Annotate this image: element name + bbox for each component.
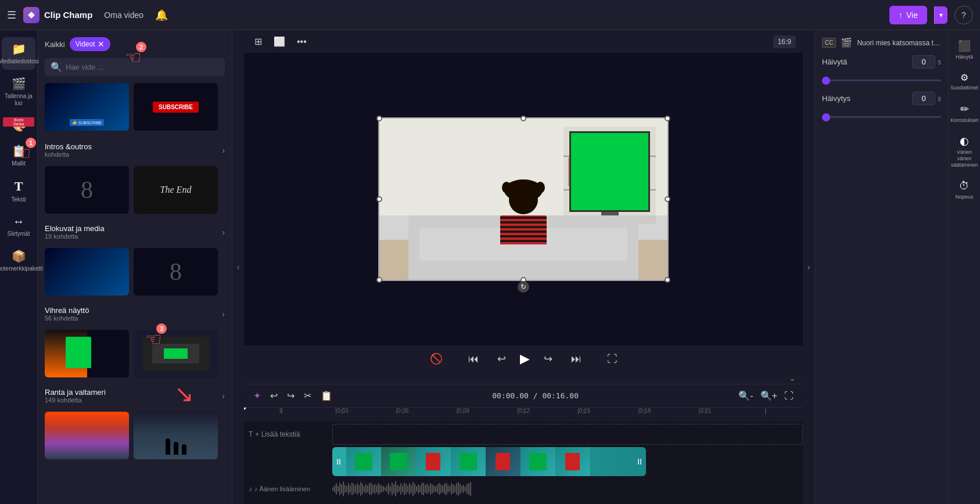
panel-toggle-right[interactable]: › <box>803 30 814 504</box>
filter-videos-tag[interactable]: Videot ✕ <box>70 37 110 51</box>
video-toolbar: ⊞ ⬜ ••• 16:9 <box>244 30 803 53</box>
clip-frame-1 <box>346 447 381 476</box>
copy-button[interactable]: 📋 <box>318 388 335 404</box>
sidebar-item-mallit[interactable]: 📋 Mallit <box>2 139 35 172</box>
resize-handle-lm[interactable] <box>376 196 382 202</box>
rotate-handle[interactable]: ↻ <box>518 281 529 293</box>
intros-thumb-1[interactable]: 8 <box>45 166 129 214</box>
prev-button[interactable]: ⏮ <box>464 351 483 368</box>
color-adjust-icon-btn[interactable]: ◐ Värien värien säätäminen <box>950 130 978 172</box>
topbar: ☰ Clip Champ Oma video 🔔 ↑ Vie ▾ ? <box>0 0 980 30</box>
export-dropdown-button[interactable]: ▾ <box>934 6 947 24</box>
fade-in-slider[interactable] <box>822 80 941 81</box>
clip-frame-6 <box>520 447 555 476</box>
audio-track-content <box>332 478 803 499</box>
play-button[interactable]: ▶ <box>520 351 530 366</box>
video-preview[interactable]: ↻ <box>378 117 669 281</box>
picture-in-picture-button[interactable]: ⬜ <box>270 34 289 49</box>
section-intros[interactable]: Intros &outros kohdetta › <box>38 138 232 163</box>
resize-handle-tl[interactable] <box>376 116 382 121</box>
text-track-line[interactable] <box>332 424 803 445</box>
intros-thumb-2[interactable]: The End <box>134 166 218 214</box>
timeline-expand-button[interactable]: ⌄ <box>789 373 796 383</box>
fade-out-input[interactable] <box>912 92 935 105</box>
video-name[interactable]: Oma video <box>104 10 143 20</box>
section-vihreanaytta-arrow: › <box>222 309 225 319</box>
fade-label: Häivytä <box>956 54 973 60</box>
resize-handle-bl[interactable] <box>376 277 382 283</box>
highlights-icon-btn[interactable]: ✏ Korostukset <box>950 98 978 128</box>
crop-button[interactable]: ⊞ <box>251 34 265 49</box>
sidebar-item-tallenna[interactable]: 🎬 Tallenna ja luo <box>2 72 35 111</box>
filters-icon-btn[interactable]: ⚙ Suodattimet <box>950 67 978 96</box>
fade-out-slider-row <box>822 110 941 120</box>
section-vihreanaytta[interactable]: Vihreä näyttö 56 kohdetta › <box>38 301 232 326</box>
filter-close-icon[interactable]: ✕ <box>98 39 105 49</box>
help-button[interactable]: ? <box>954 6 973 24</box>
fade-in-input[interactable] <box>912 55 935 69</box>
main-content: 📁 Mediatiedostosi 🎬 Tallenna ja luo 🎨 Bo… <box>0 30 980 504</box>
resize-handle-rm[interactable] <box>665 196 670 202</box>
add-audio-label[interactable]: ♪ Äänen lisääminen <box>254 485 310 492</box>
right-panel-header: CC 🎬 Nuori mies katsomassa televisiot... <box>822 37 941 48</box>
vihreanaytta-thumb-1[interactable] <box>45 330 129 377</box>
video-thumb-2[interactable]: SUBSCRIBE <box>134 83 218 131</box>
resize-handle-br[interactable] <box>665 277 670 283</box>
fullscreen-button[interactable]: ⛶ <box>602 351 622 368</box>
resize-handle-tm[interactable] <box>520 116 526 121</box>
clip-frame-5 <box>486 447 520 476</box>
section-ranta-title: Ranta ja valtameri <box>45 388 106 397</box>
zoom-in-button[interactable]: 🔍+ <box>758 388 780 404</box>
export-button[interactable]: ↑ Vie <box>889 6 927 24</box>
section-elokuvat-thumbs: 8 <box>38 244 232 301</box>
search-input[interactable] <box>66 63 219 71</box>
panel-toggle-left[interactable]: ‹ <box>232 30 244 504</box>
section-vihreanaytta-thumbs <box>38 326 232 383</box>
fade-icon-btn[interactable]: ⬛ Häivytä <box>950 35 978 65</box>
add-text-label[interactable]: + Lisää tekstiä <box>255 430 300 438</box>
mute-button[interactable]: 🚫 <box>425 350 447 368</box>
forward-button[interactable]: ↪ <box>539 350 557 368</box>
filter-all-label[interactable]: Kaikki <box>45 40 65 49</box>
green-tv <box>569 131 650 212</box>
sidebar-item-label-3: Mallit <box>12 160 25 167</box>
speed-icon-btn[interactable]: ⏱ Nopeus <box>950 175 978 205</box>
fade-icon: ⬛ <box>958 39 971 52</box>
sidebar-item-mediatiedostosi[interactable]: 📁 Mediatiedostosi <box>2 37 35 70</box>
elokuvat-thumb-1[interactable] <box>45 248 129 296</box>
playback-controls: 🚫 ⏮ ↩ ▶ ↪ ⏭ ⛶ <box>244 345 803 372</box>
video-track-clip[interactable]: ⏸ <box>332 447 646 476</box>
ruler-mark-3: |0:03 <box>311 408 372 414</box>
search-bar[interactable]: 🔍 <box>45 58 225 76</box>
section-ranta-thumbs <box>38 408 232 465</box>
ruler-mark-0: 0 <box>251 408 311 414</box>
section-ranta[interactable]: Ranta ja valtameri 149 kohdetta › <box>38 383 232 408</box>
redo-button[interactable]: ↪ <box>285 388 297 404</box>
sidebar-item-tuotemerkkipaketti[interactable]: 📦 Tuotemerkkipaketti <box>2 244 35 277</box>
section-elokuvat[interactable]: Elokuvat ja media 19 kohdetta › <box>38 219 232 244</box>
add-media-button[interactable]: ✦ <box>251 388 263 404</box>
vihreanaytta-thumb-2[interactable] <box>134 330 218 377</box>
clip-pause-left: ⏸ <box>335 457 343 466</box>
sidebar-item-grafiikat[interactable]: 🎨 BontiVanka <box>2 114 35 137</box>
sidebar-item-teksti[interactable]: T Teksti <box>2 174 35 208</box>
more-options-button[interactable]: ••• <box>293 34 310 49</box>
cut-button[interactable]: ✂ <box>301 388 314 404</box>
sidebar-item-siirtymät[interactable]: ↔ Siirtymät <box>2 210 35 242</box>
ranta-thumb-2[interactable] <box>134 412 218 459</box>
elokuvat-thumb-2[interactable]: 8 <box>134 248 218 296</box>
menu-icon[interactable]: ☰ <box>7 9 16 21</box>
resize-handle-tr[interactable] <box>665 116 670 121</box>
video-thumb-1[interactable]: 👍SUBSCRIBE <box>45 83 129 131</box>
undo-button[interactable]: ↩ <box>268 388 280 404</box>
next-button[interactable]: ⏭ <box>566 351 586 368</box>
zoom-out-button[interactable]: 🔍- <box>736 388 755 404</box>
fade-out-unit: s <box>938 95 941 103</box>
right-panel: CC 🎬 Nuori mies katsomassa televisiot...… <box>814 30 980 504</box>
fade-out-slider[interactable] <box>822 116 941 118</box>
fit-timeline-button[interactable]: ⛶ <box>782 388 796 404</box>
ranta-thumb-1[interactable] <box>45 412 129 459</box>
right-panel-main: CC 🎬 Nuori mies katsomassa televisiot...… <box>815 30 948 504</box>
rewind-button[interactable]: ↩ <box>493 350 511 368</box>
subscribe-badge: SUBSCRIBE <box>153 102 199 113</box>
